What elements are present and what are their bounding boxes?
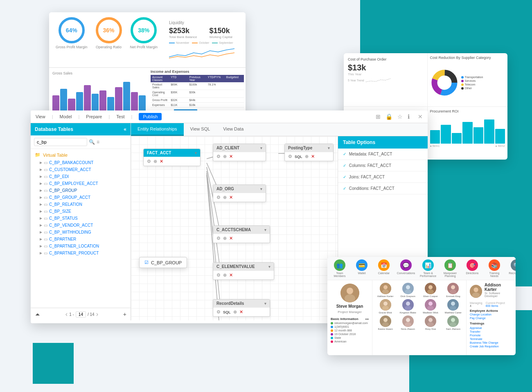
info-icon[interactable]: ℹ (408, 113, 410, 120)
sidebar-item-bp-vendor[interactable]: ▶ ▭ C_BP_VENDOR_ACCT (31, 222, 131, 229)
chevron-down-icon[interactable]: ▾ (328, 146, 330, 150)
team-member-dg[interactable]: Dick Grayson (397, 283, 418, 297)
settings-icon[interactable]: ⚙ (216, 154, 221, 159)
team-member-kh[interactable]: Keone Husen (375, 315, 396, 330)
team-member-rd[interactable]: Roxy Doe (420, 315, 441, 330)
action-job-req[interactable]: Create Job Requisition (470, 345, 512, 348)
prev-page[interactable]: ‹ (65, 311, 68, 318)
sidebar-item-bankaccount[interactable]: ▶ ▭ C_BP_BANKACCOUNT (31, 159, 131, 166)
hr-tab-conversations[interactable]: 💬 Conversations (397, 259, 415, 277)
chevron-down-icon[interactable]: ▾ (195, 151, 197, 155)
sidebar-item-bpartner-location[interactable]: ▶ ▭ C_BPARTNER_LOCATION (31, 243, 131, 250)
action-pay-change[interactable]: Pay Change (470, 316, 512, 320)
sidebar-item-bp-group[interactable]: ▶ ▭ C_BP_GROUP (31, 187, 131, 194)
hr-tab-manpower[interactable]: 📋 Manpower Planning (441, 259, 459, 277)
team-member-ek[interactable]: Emmett King (443, 283, 464, 297)
add-button[interactable]: + (123, 311, 126, 318)
toolbar-test[interactable]: Test (116, 114, 124, 119)
delete-icon[interactable]: ✕ (229, 154, 233, 159)
settings-icon[interactable]: ⚙ (147, 159, 151, 164)
tab-view-sql[interactable]: View SQL (184, 123, 217, 136)
topt-joins[interactable]: ✓ Joins: FACT_ACCT (338, 171, 428, 183)
next-page[interactable]: › (96, 311, 98, 318)
delete-icon[interactable]: ✕ (160, 159, 163, 164)
topt-metadata[interactable]: ✓ Metadata: FACT_ACCT (338, 149, 428, 160)
copy-icon[interactable]: ⊕ (223, 273, 227, 278)
team-member-gw[interactable]: Gracie Wick (375, 299, 396, 314)
action-terminate[interactable]: Terminate (470, 337, 512, 341)
copy-icon[interactable]: ⊕ (223, 154, 227, 159)
team-member-kb[interactable]: Kingston Blake (397, 299, 418, 314)
sidebar-item-customer-acct[interactable]: ▶ ▭ C_CUSTOMER_ACCT (31, 166, 131, 173)
chevron-down-icon[interactable]: ▾ (264, 302, 266, 306)
copy-icon[interactable]: ⊕ (223, 236, 227, 241)
grid-icon[interactable]: ⊞ (376, 113, 381, 120)
star-icon[interactable]: ☆ (397, 113, 403, 120)
team-member-mw[interactable]: Madleen Wick (420, 299, 441, 314)
team-member-mc[interactable]: Matthew Carter (443, 299, 464, 314)
hr-tab-training[interactable]: 📚 Training Needs (485, 259, 503, 277)
more-icon[interactable]: ••• (365, 317, 369, 321)
copy-icon[interactable]: ⊕ (153, 159, 157, 164)
tab-view-data[interactable]: View Data (216, 123, 250, 136)
toolbar-view[interactable]: View (36, 114, 45, 119)
delete-icon[interactable]: ✕ (229, 236, 233, 241)
action-promote[interactable]: Promote (470, 333, 512, 337)
list-icon[interactable]: ≡ (97, 139, 99, 145)
copy-icon[interactable]: ⊕ (233, 309, 237, 315)
hr-tab-team[interactable]: 👥 Team Members (331, 259, 349, 277)
team-member-nj[interactable]: Nora Jhason (397, 315, 418, 330)
sidebar-item-bpartner[interactable]: ▶ ▭ C_BPARTNER (31, 236, 131, 243)
team-member-ec[interactable]: Ebon Cooper (420, 283, 441, 297)
sidebar-item-bp-relation[interactable]: ▶ ▭ C_BP_RELATION (31, 201, 131, 208)
delete-icon[interactable]: ✕ (239, 309, 243, 315)
delete-icon[interactable]: ✕ (229, 273, 233, 278)
sidebar-item-employee-acct[interactable]: ▶ ▭ C_BP_EMPLOYEE_ACCT (31, 180, 131, 187)
delete-icon[interactable]: ✕ (229, 195, 233, 200)
hr-tab-recruitment[interactable]: 🔍 Recruitment (507, 259, 516, 277)
team-member-ak[interactable]: Addison Karter (375, 283, 396, 297)
chevron-down-icon[interactable]: ▾ (260, 187, 262, 191)
topt-conditions[interactable]: ✓ Conditions: FACT_ACCT (338, 183, 428, 194)
settings-icon[interactable]: ⚙ (216, 236, 221, 241)
hr-tab-team-performance[interactable]: 📊 Team & Performance (419, 259, 437, 277)
close-icon[interactable]: ✕ (418, 113, 423, 120)
search-icon[interactable]: 🔍 (89, 139, 95, 145)
sidebar-item-bp-withholding[interactable]: ▶ ▭ C_BP_WITHHOLDING (31, 229, 131, 236)
settings-icon[interactable]: ⚙ (216, 195, 221, 200)
hr-tab-directions[interactable]: 🎯 Directions (463, 259, 481, 277)
copy-icon[interactable]: ⊕ (223, 195, 227, 200)
sidebar-item-bpartner-product[interactable]: ▶ ▭ C_BPARTNER_PRODUCT (31, 250, 131, 257)
delete-icon[interactable]: ✕ (311, 154, 315, 159)
toolbar-model[interactable]: Model (60, 114, 72, 119)
lock-icon[interactable]: 🔒 (385, 113, 392, 120)
collapse-button[interactable]: « (124, 126, 126, 132)
sidebar-item-edi[interactable]: ▶ ▭ C_BP_EDI (31, 173, 131, 180)
settings-icon[interactable]: ⚙ (216, 273, 221, 278)
chevron-down-icon[interactable]: ▾ (260, 146, 262, 150)
action-change-location[interactable]: Change Location (470, 313, 512, 316)
action-appraisal[interactable]: Appraisal (470, 326, 512, 330)
sidebar-item-bp-size[interactable]: ▶ ▭ C_BP_SIZE (31, 208, 131, 215)
action-transfer[interactable]: Transfer (470, 330, 512, 333)
settings-icon[interactable]: ⚙ (288, 154, 292, 159)
hr-tab-calendar[interactable]: 📅 Calendar (375, 259, 393, 277)
toolbar-publish[interactable]: Publish (139, 113, 162, 120)
drag-tooltip[interactable]: ☑ C_BP_GROUP (139, 257, 187, 268)
chevron-down-icon[interactable]: ▾ (264, 228, 266, 232)
topt-columns[interactable]: ✓ Columns: FACT_ACCT (338, 160, 428, 171)
toolbar-prepare[interactable]: Prepare (86, 114, 102, 119)
chevron-down-icon[interactable]: ▾ (268, 265, 271, 269)
copy-icon[interactable]: ⊕ (305, 154, 309, 159)
team-member-sj[interactable]: Sam Jherson (443, 315, 464, 330)
page-box[interactable]: 14 (76, 311, 86, 318)
search-input[interactable] (34, 138, 87, 146)
tab-entity-relationships[interactable]: Entity Relationships (131, 123, 184, 136)
action-title-change[interactable]: Business Title Change (470, 341, 512, 345)
sidebar-item-bp-status[interactable]: ▶ ▭ C_BP_STATUS (31, 215, 131, 222)
sidebar-item-bp-group-acct[interactable]: ▶ ▭ C_BP_GROUP_ACCT (31, 194, 131, 201)
query-icon[interactable]: ⏶ (35, 311, 41, 318)
sidebar-group-virtual[interactable]: 📁 Virtual Table (31, 151, 131, 159)
hr-tab-wallet[interactable]: 💳 Wallet (353, 259, 371, 277)
settings-icon[interactable]: ⚙ (216, 309, 221, 315)
